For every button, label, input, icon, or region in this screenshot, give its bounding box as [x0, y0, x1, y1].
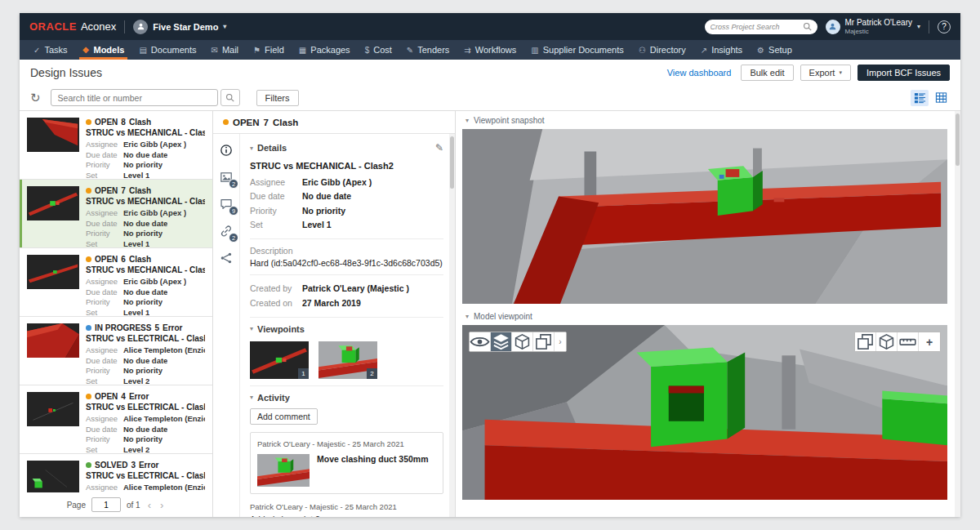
import-bcf-button[interactable]: Import BCF Issues: [858, 65, 950, 81]
page-input[interactable]: [91, 497, 121, 512]
visibility-eye-button[interactable]: [470, 332, 491, 351]
nav-item-setup[interactable]: ⚙Setup: [750, 40, 800, 60]
nav-item-tasks[interactable]: ✓Tasks: [26, 40, 75, 60]
status-dot: [86, 394, 91, 399]
table-view-button[interactable]: [932, 90, 950, 106]
field-label: Due date: [86, 356, 123, 367]
model-section-header[interactable]: ▾ Model viewpoint: [456, 307, 960, 325]
viewpoints-icon[interactable]: 2: [220, 171, 233, 184]
tasks-icon: ✓: [33, 46, 40, 55]
issue-list-item[interactable]: OPEN6ClashSTRUC vs MECHANICAL - Clash1As…: [20, 248, 212, 317]
issue-thumbnail: [27, 186, 79, 220]
zoom-in-button[interactable]: +: [919, 332, 940, 351]
issue-field: Due dateNo due date: [86, 356, 205, 367]
aconex-logo: Aconex: [81, 20, 116, 33]
issue-list-item[interactable]: OPEN8ClashSTRUC vs MECHANICAL - Clash3As…: [20, 111, 212, 180]
measure-button[interactable]: [898, 332, 919, 351]
details-section-header[interactable]: ▾ Details ✎: [250, 142, 443, 154]
field-label: Assignee: [86, 277, 123, 287]
export-button[interactable]: Export▾: [800, 65, 851, 81]
nav-item-mail[interactable]: ✉Mail: [203, 40, 246, 60]
search-button[interactable]: [220, 89, 240, 106]
section-cube-button[interactable]: [512, 332, 533, 351]
user-menu[interactable]: Mr Patrick O'Leary Majestic ▾: [826, 18, 921, 35]
nav-item-documents[interactable]: ▤Documents: [131, 40, 203, 60]
nav-item-models[interactable]: ❖Models: [75, 40, 132, 60]
refresh-icon[interactable]: ↻: [30, 91, 41, 104]
issue-meta: OPEN6ClashSTRUC vs MECHANICAL - Clash1As…: [86, 255, 205, 310]
status-dot: [86, 325, 91, 331]
detail-field: PriorityNo priority: [250, 204, 443, 218]
pagination: Page of 1 ‹ ›: [20, 492, 212, 517]
help-icon[interactable]: ?: [938, 20, 951, 33]
card-view-button[interactable]: [911, 90, 929, 106]
detail-field: Created on27 March 2019: [250, 296, 443, 310]
scrollbar-thumb[interactable]: [956, 114, 960, 166]
issue-search-input[interactable]: [51, 89, 218, 106]
prev-page-icon[interactable]: ‹: [146, 499, 153, 511]
status-dot: [86, 256, 91, 262]
field-value: Alice Templeton (Enzice ): [123, 345, 205, 356]
nav-item-field[interactable]: ⚑Field: [246, 40, 292, 60]
more-tools-icon[interactable]: ›: [555, 332, 566, 351]
objects-button[interactable]: [533, 332, 555, 351]
copy-view-button[interactable]: [855, 332, 876, 351]
issue-fields: AssigneeAlice Templeton (Enzice ): [86, 483, 205, 492]
issue-list-item[interactable]: SOLVED3ErrorSTRUC vs ELECTRICAL - Clash2…: [20, 454, 212, 492]
model-viewport[interactable]: › +: [462, 325, 947, 500]
add-comment-button[interactable]: Add comment: [250, 408, 318, 425]
issue-field: AssigneeEric Gibb (Apex ): [86, 277, 205, 287]
cube-view-button[interactable]: [876, 332, 898, 351]
view-dashboard-link[interactable]: View dashboard: [667, 68, 732, 78]
issue-list-item[interactable]: OPEN7ClashSTRUC vs MECHANICAL - Clash2As…: [20, 180, 212, 248]
project-selector[interactable]: Five Star Demo ▾: [133, 20, 226, 34]
issue-type: Clash: [129, 255, 151, 264]
edit-icon[interactable]: ✎: [435, 142, 443, 154]
links-icon[interactable]: 2: [220, 225, 233, 238]
field-label: Due date: [86, 219, 123, 229]
search-icon[interactable]: [803, 20, 812, 34]
nav-item-workflows[interactable]: ⇉Workflows: [457, 40, 523, 60]
viewpoint-thumbnail[interactable]: 1: [250, 341, 309, 379]
issue-thumbnail: [27, 392, 79, 426]
nav-item-packages[interactable]: ▦Packages: [292, 40, 358, 60]
filters-button[interactable]: Filters: [256, 90, 299, 106]
viewpoints-section-header[interactable]: ▾ Viewpoints: [250, 324, 443, 334]
chevron-down-icon: ▾: [250, 145, 253, 152]
snapshot-section-header[interactable]: ▾ Viewpoint snapshot: [456, 111, 960, 129]
nav-item-supplier-documents[interactable]: ▥Supplier Documents: [523, 40, 631, 60]
description-value: Hard (id:5a042cf0-ec68-48e3-9f1c-3d6c68c…: [250, 258, 443, 268]
comments-icon[interactable]: 9: [220, 198, 233, 211]
detail-scrollbar[interactable]: [449, 134, 455, 517]
layers-button[interactable]: [491, 332, 512, 351]
view-toggles: [911, 90, 950, 106]
nav-item-label: Tenders: [417, 45, 449, 55]
nav-item-insights[interactable]: ↗Insights: [693, 40, 750, 60]
issue-number: 5: [154, 323, 159, 332]
issue-field: PriorityNo priority: [86, 160, 205, 171]
issue-title: STRUC vs ELECTRICAL - Clash4: [86, 334, 205, 343]
content: OPEN8ClashSTRUC vs MECHANICAL - Clash3As…: [20, 110, 960, 517]
issue-list-item[interactable]: OPEN4ErrorSTRUC vs ELECTRICAL - Clash3As…: [20, 385, 212, 454]
issue-number: 8: [121, 118, 126, 127]
share-icon[interactable]: [220, 252, 233, 265]
cost-icon: $: [365, 46, 370, 55]
main-nav: ✓Tasks❖Models▤Documents✉Mail⚑Field▦Packa…: [20, 40, 960, 60]
issue-fields: AssigneeEric Gibb (Apex )Due dateNo due …: [86, 277, 205, 318]
right-scrollbar[interactable]: [955, 111, 960, 517]
field-value: Eric Gibb (Apex ): [302, 176, 372, 189]
viewpoint-thumbnail[interactable]: 2: [318, 341, 377, 379]
nav-item-cost[interactable]: $Cost: [358, 40, 399, 60]
bulk-edit-button[interactable]: Bulk edit: [741, 65, 793, 81]
cross-project-search-input[interactable]: [710, 23, 800, 31]
activity-section-header[interactable]: ▾ Activity: [250, 393, 443, 403]
next-page-icon[interactable]: ›: [158, 499, 165, 511]
info-icon[interactable]: [220, 144, 233, 157]
nav-item-directory[interactable]: ⚇Directory: [631, 40, 693, 60]
nav-item-tenders[interactable]: ✎Tenders: [399, 40, 457, 60]
field-value: Eric Gibb (Apex ): [123, 277, 186, 287]
scrollbar-thumb[interactable]: [450, 136, 454, 189]
field-label: Assignee: [86, 414, 123, 425]
issue-list-panel: OPEN8ClashSTRUC vs MECHANICAL - Clash3As…: [20, 111, 213, 517]
issue-list-item[interactable]: IN PROGRESS5ErrorSTRUC vs ELECTRICAL - C…: [20, 317, 212, 385]
